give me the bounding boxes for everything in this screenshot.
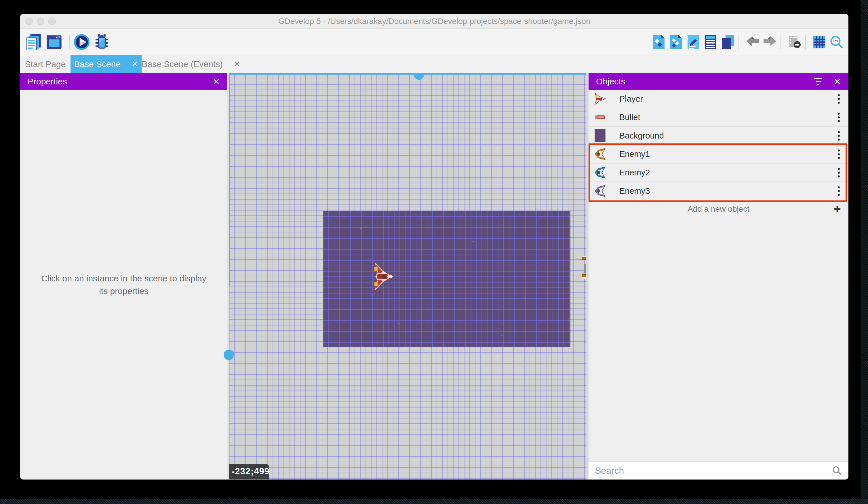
- selection-border-top: [229, 73, 586, 74]
- properties-panel: Properties ✕ Click on an instance in the…: [20, 73, 229, 480]
- background-thumbnail-icon: [594, 129, 606, 142]
- redo-icon[interactable]: [763, 35, 777, 49]
- objects-panel: Objects ✕ Player: [586, 73, 848, 480]
- search-input[interactable]: [595, 465, 832, 476]
- desktop-wallpaper-edge: [860, 0, 868, 504]
- object-groups-icon[interactable]: [669, 35, 683, 49]
- object-name: Player: [619, 94, 643, 104]
- star-dot: [360, 228, 361, 229]
- star-dot: [502, 335, 503, 336]
- toggle-grid-icon[interactable]: [812, 35, 827, 49]
- tab-start-page[interactable]: Start Page: [20, 55, 71, 73]
- instances-list-icon[interactable]: [703, 35, 718, 49]
- desktop-wallpaper-edge: [0, 499, 868, 504]
- player-thumbnail-icon: [594, 92, 606, 105]
- title-bar: GDevelop 5 - /Users/dkarakay/Documents/G…: [20, 14, 848, 29]
- debugger-icon[interactable]: [93, 33, 111, 51]
- close-panel-icon[interactable]: ✕: [213, 77, 220, 87]
- project-manager-icon[interactable]: [25, 33, 43, 51]
- properties-panel-body: Click on an instance in the scene to dis…: [20, 90, 227, 480]
- object-menu-button[interactable]: [836, 111, 841, 123]
- close-tab-icon[interactable]: ✕: [234, 60, 240, 68]
- window-title: GDevelop 5 - /Users/dkarakay/Documents/G…: [20, 17, 848, 26]
- objects-search-bar: [589, 461, 848, 480]
- start-page-icon[interactable]: [45, 33, 63, 51]
- object-menu-button[interactable]: [836, 93, 841, 105]
- object-row-enemy1[interactable]: Enemy1: [589, 145, 848, 164]
- star-dot: [398, 323, 399, 324]
- properties-empty-message: Click on an instance in the scene to dis…: [38, 272, 210, 297]
- objects-editor-icon[interactable]: [652, 35, 666, 49]
- search-icon: [832, 465, 842, 476]
- selection-resize-handle-top[interactable]: [414, 74, 424, 80]
- tab-base-scene-events[interactable]: Base Scene (Events) ✕: [142, 55, 240, 73]
- panel-title: Objects: [596, 77, 626, 87]
- panel-title: Properties: [28, 77, 67, 87]
- enemy-instance-clipped[interactable]: [582, 256, 586, 260]
- enemy2-thumbnail-icon: [594, 166, 606, 179]
- toolbar-separator: [805, 34, 806, 50]
- scene-canvas[interactable]: -232;499: [229, 73, 586, 480]
- star-dot: [473, 241, 474, 242]
- object-name: Enemy3: [619, 187, 650, 196]
- undo-icon[interactable]: [745, 35, 760, 49]
- tab-label: Base Scene (Events): [142, 59, 223, 69]
- properties-panel-header: Properties ✕: [20, 73, 227, 90]
- main-toolbar: 1:1: [20, 29, 848, 55]
- object-menu-button[interactable]: [836, 148, 841, 160]
- enemy-instance-clipped[interactable]: [584, 264, 586, 273]
- objects-panel-header: Objects ✕: [589, 73, 848, 90]
- object-row-enemy2[interactable]: Enemy2: [589, 164, 848, 182]
- object-menu-button[interactable]: [836, 185, 841, 197]
- tab-bar: Start Page Base Scene ✕ Base Scene (Even…: [20, 55, 848, 73]
- object-name: Bullet: [619, 113, 640, 122]
- toggle-mask-icon[interactable]: [787, 35, 802, 49]
- object-menu-button[interactable]: [836, 130, 841, 142]
- enemy-instance-clipped[interactable]: [582, 274, 586, 279]
- gdevelop-window: GDevelop 5 - /Users/dkarakay/Documents/G…: [20, 14, 848, 480]
- tab-label: Start Page: [25, 59, 66, 69]
- selection-border-left: [229, 73, 230, 287]
- add-object-row[interactable]: Add a new object +: [589, 200, 848, 218]
- object-row-player[interactable]: Player: [589, 90, 848, 108]
- player-instance[interactable]: [372, 261, 393, 292]
- selection-resize-handle-left[interactable]: [224, 350, 234, 360]
- star-dot: [524, 297, 526, 299]
- zoom-1-1-icon[interactable]: 1:1: [829, 35, 844, 49]
- tab-label: Base Scene: [74, 59, 121, 69]
- object-row-enemy3[interactable]: Enemy3: [589, 182, 848, 200]
- toolbar-separator: [738, 34, 739, 50]
- objects-panel-empty-area: [589, 218, 848, 461]
- toolbar-separator: [781, 34, 781, 50]
- enemy1-thumbnail-icon: [594, 148, 606, 160]
- object-row-background[interactable]: Background: [589, 127, 848, 145]
- add-object-label: Add a new object: [688, 204, 750, 214]
- object-name: Enemy1: [619, 150, 650, 159]
- bullet-thumbnail-icon: [594, 111, 606, 123]
- editor-content: Properties ✕ Click on an instance in the…: [20, 73, 848, 480]
- zoom-ratio-label: 1:1: [833, 39, 838, 43]
- properties-icon[interactable]: [686, 35, 701, 49]
- close-tab-icon[interactable]: ✕: [132, 60, 138, 68]
- desktop: GDevelop 5 - /Users/dkarakay/Documents/G…: [0, 0, 868, 504]
- preview-icon[interactable]: [73, 33, 90, 51]
- toolbar-separator: [69, 34, 70, 50]
- filter-icon[interactable]: [814, 78, 822, 85]
- selection-border-left-faded: [229, 287, 230, 480]
- object-menu-button[interactable]: [836, 167, 841, 179]
- object-name: Background: [619, 131, 664, 141]
- object-row-bullet[interactable]: Bullet: [589, 108, 848, 127]
- cursor-coordinates-badge: -232;499: [229, 464, 269, 479]
- tab-base-scene[interactable]: Base Scene ✕: [71, 55, 142, 73]
- enemy3-thumbnail-icon: [594, 185, 606, 197]
- object-name: Enemy2: [619, 168, 650, 178]
- close-panel-icon[interactable]: ✕: [834, 77, 841, 87]
- background-instance[interactable]: [323, 211, 570, 347]
- layers-icon[interactable]: [721, 35, 735, 49]
- add-object-plus-icon[interactable]: +: [834, 203, 841, 215]
